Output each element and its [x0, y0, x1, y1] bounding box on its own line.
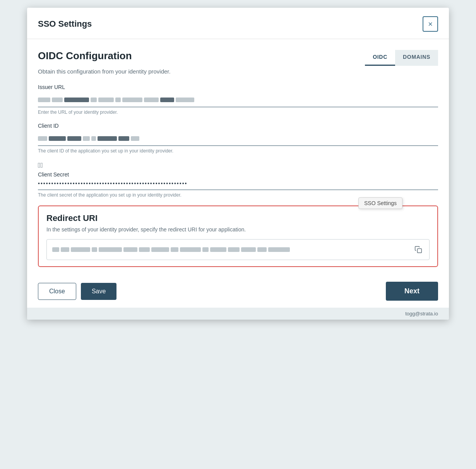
- issuer-url-value[interactable]: [38, 93, 438, 107]
- client-secret-label: Client Secret: [38, 171, 69, 178]
- client-secret-value[interactable]: ••••••••••••••••••••••••••••••••••••••••…: [38, 178, 438, 190]
- copy-button[interactable]: [413, 244, 424, 255]
- client-id-value[interactable]: [38, 132, 438, 146]
- bottom-bar: togg@strata.io: [27, 308, 449, 320]
- modal-body: OIDC Configuration OIDC DOMAINS Obtain t…: [27, 39, 449, 267]
- tab-oidc[interactable]: OIDC: [365, 50, 395, 66]
- redirect-uri-content: [52, 247, 413, 252]
- close-button[interactable]: Close: [38, 283, 76, 300]
- redirect-uri-subtitle: In the settings of your identity provide…: [46, 226, 430, 234]
- tab-group: OIDC DOMAINS: [365, 50, 438, 66]
- footer-left-buttons: Close Save: [38, 283, 116, 300]
- client-id-field: Client ID The client ID of the applicati…: [38, 123, 438, 154]
- sso-settings-modal: SSO Settings × OIDC Configuration OIDC D…: [27, 8, 449, 320]
- client-secret-header: 👁̸: [38, 161, 438, 169]
- modal-title: SSO Settings: [38, 19, 92, 29]
- redirect-uri-title: Redirect URI: [46, 213, 430, 223]
- redirect-uri-section: Redirect URI In the settings of your ide…: [38, 205, 438, 267]
- next-button[interactable]: Next: [386, 282, 438, 301]
- user-email: togg@strata.io: [405, 311, 438, 317]
- svg-rect-0: [418, 249, 422, 253]
- close-x-button[interactable]: ×: [423, 16, 438, 32]
- eye-icon[interactable]: 👁̸: [38, 161, 43, 169]
- client-id-hint: The client ID of the application you set…: [38, 148, 438, 154]
- save-button[interactable]: Save: [81, 283, 116, 300]
- client-id-label: Client ID: [38, 123, 438, 129]
- issuer-url-field: Issuer URL Enter the URL of your identit…: [38, 84, 438, 115]
- config-title: OIDC Configuration: [38, 50, 132, 62]
- modal-header: SSO Settings ×: [27, 8, 449, 39]
- tab-domains[interactable]: DOMAINS: [395, 50, 438, 66]
- redirect-uri-value-box: [46, 239, 430, 260]
- issuer-url-hint: Enter the URL of your identity provider.: [38, 110, 438, 115]
- issuer-url-label: Issuer URL: [38, 84, 438, 90]
- client-secret-hint: The client secret of the application you…: [38, 192, 438, 198]
- config-subtitle: Obtain this configuration from your iden…: [38, 68, 438, 75]
- sso-settings-tooltip: SSO Settings: [358, 197, 402, 209]
- config-header: OIDC Configuration OIDC DOMAINS: [38, 50, 438, 66]
- modal-footer: Close Save Next: [27, 275, 449, 308]
- client-secret-field: 👁̸ Client Secret •••••••••••••••••••••••…: [38, 161, 438, 198]
